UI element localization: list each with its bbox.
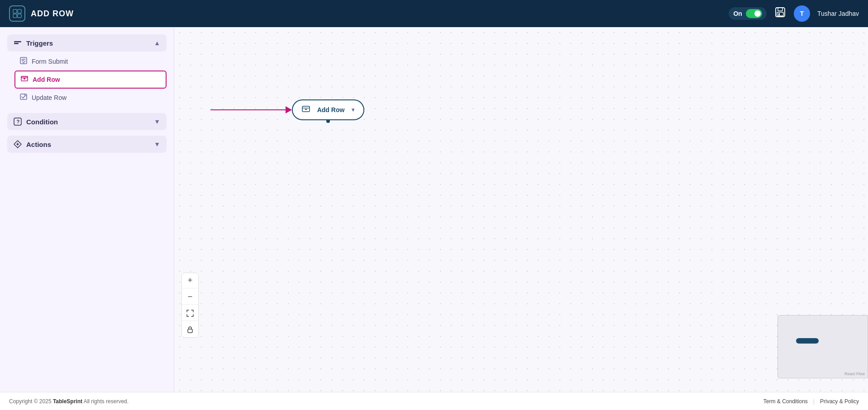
privacy-policy-link[interactable]: Privacy & Policy — [820, 398, 859, 405]
node-icon — [302, 105, 310, 115]
page-title: ADD ROW — [31, 9, 74, 19]
flow-canvas: Add Row ▾ + − React Fl — [174, 27, 868, 392]
form-submit-icon — [20, 57, 27, 66]
app-footer: Copyright © 2025 TableSprint All rights … — [0, 392, 868, 410]
flow-container: Add Row ▾ — [210, 99, 364, 120]
app-header: ADD ROW On T Tushar Jadhav — [0, 0, 868, 27]
minimap-node — [796, 338, 819, 344]
user-name: Tushar Jadhav — [817, 10, 859, 17]
actions-icon — [14, 140, 22, 148]
zoom-controls: + − — [181, 273, 199, 338]
triggers-label: Triggers — [26, 39, 53, 47]
condition-chevron: ▼ — [154, 118, 160, 125]
footer-divider: | — [813, 398, 815, 405]
triggers-icon — [14, 39, 22, 47]
update-row-icon — [20, 93, 27, 102]
sidebar-item-add-row[interactable]: Add Row — [14, 71, 167, 89]
brand-name: TableSprint — [53, 398, 82, 405]
copyright-text: Copyright © 2025 — [9, 398, 53, 405]
save-button[interactable] — [774, 6, 787, 21]
term-conditions-link[interactable]: Term & Conditions — [763, 398, 808, 405]
triggers-chevron: ▲ — [154, 39, 160, 47]
zoom-in-button[interactable]: + — [182, 273, 198, 288]
actions-chevron: ▼ — [154, 141, 160, 148]
svg-rect-0 — [13, 9, 17, 13]
minimap: React Flow — [777, 315, 868, 378]
main-content: Triggers ▲ Form Submit — [0, 27, 868, 392]
lock-button[interactable] — [182, 322, 198, 337]
footer-links: Term & Conditions | Privacy & Policy — [763, 398, 859, 405]
flow-arrow — [210, 106, 292, 113]
add-row-icon — [21, 75, 28, 84]
sidebar-item-update-row[interactable]: Update Row — [14, 90, 167, 106]
svg-rect-1 — [18, 9, 21, 13]
app-logo — [9, 5, 25, 22]
minimap-label: React Flow — [844, 372, 865, 376]
svg-rect-15 — [20, 94, 27, 99]
header-right: On T Tushar Jadhav — [729, 5, 859, 22]
svg-rect-25 — [188, 329, 192, 333]
svg-text:?: ? — [17, 119, 20, 124]
rights-text: All rights reserved. — [82, 398, 129, 405]
svg-rect-2 — [13, 14, 17, 18]
arrow-line — [210, 109, 286, 110]
svg-rect-9 — [14, 43, 19, 44]
toggle-label: On — [733, 10, 742, 17]
zoom-out-button[interactable]: − — [182, 289, 198, 305]
svg-rect-6 — [777, 12, 783, 16]
toggle-switch[interactable] — [746, 9, 762, 18]
actions-label: Actions — [26, 141, 51, 148]
node-label: Add Row — [317, 106, 345, 113]
flow-node-add-row[interactable]: Add Row ▾ — [292, 99, 364, 120]
svg-rect-8 — [14, 41, 21, 42]
triggers-header[interactable]: Triggers ▲ — [7, 34, 167, 52]
status-toggle[interactable]: On — [729, 7, 766, 20]
svg-rect-7 — [778, 13, 780, 15]
header-left: ADD ROW — [9, 5, 74, 22]
fit-view-button[interactable] — [182, 306, 198, 321]
form-submit-label: Form Submit — [32, 58, 68, 65]
avatar: T — [794, 5, 810, 22]
footer-copyright: Copyright © 2025 TableSprint All rights … — [9, 398, 129, 405]
condition-icon: ? — [14, 118, 22, 126]
update-row-label: Update Row — [32, 94, 67, 101]
canvas-background — [174, 27, 868, 392]
condition-label: Condition — [26, 118, 58, 126]
add-row-label: Add Row — [33, 76, 60, 83]
arrow-head — [286, 106, 292, 113]
condition-section[interactable]: ? Condition ▼ — [7, 113, 167, 130]
sidebar: Triggers ▲ Form Submit — [0, 27, 174, 392]
actions-section[interactable]: Actions ▼ — [7, 136, 167, 153]
triggers-section: Triggers ▲ Form Submit — [7, 34, 167, 108]
triggers-items: Form Submit Add Row — [7, 52, 167, 108]
svg-rect-3 — [18, 14, 21, 18]
node-connector-dot — [326, 119, 330, 123]
node-chevron: ▾ — [352, 107, 354, 113]
sidebar-item-form-submit[interactable]: Form Submit — [14, 53, 167, 70]
svg-rect-5 — [778, 8, 782, 11]
